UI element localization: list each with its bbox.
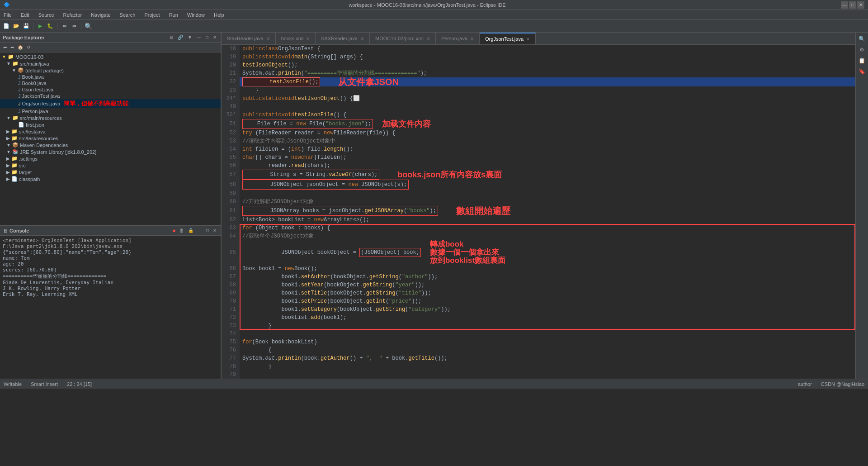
lc-63[interactable]: for (Object book : books) { <box>240 224 855 232</box>
tab-orgjson-close[interactable]: ✕ <box>526 37 530 42</box>
lc-19[interactable]: public static void main(String[] args) { <box>240 53 855 61</box>
pkg-forward-button[interactable]: ➡ <box>9 44 15 50</box>
menu-window[interactable]: Window <box>185 11 207 19</box>
link-editor-button[interactable]: 🔗 <box>176 34 184 40</box>
menu-navigate[interactable]: Navigate <box>89 11 112 19</box>
lc-55[interactable]: char[] chars = new char[fileLen]; <box>240 153 855 162</box>
lc-20[interactable]: testJsonObject(); <box>240 61 855 69</box>
lc-70[interactable]: book1.setPrice(bookObject.getInt("price"… <box>240 297 855 305</box>
lc-60[interactable]: //开始解析JSONObject对象 <box>240 198 855 206</box>
tab-booksxml[interactable]: books.xml ✕ <box>276 33 316 44</box>
tree-item-personjava[interactable]: J Person.java <box>0 108 221 114</box>
tab-pom-close[interactable]: ✕ <box>426 36 430 41</box>
lc-50[interactable]: public static void testJsonFile() { <box>240 111 855 119</box>
lc-68[interactable]: book1.setYear(bookObject.getString("year… <box>240 281 855 289</box>
tab-booksxml-close[interactable]: ✕ <box>306 36 310 41</box>
pkg-home-button[interactable]: 🏠 <box>16 44 24 50</box>
tree-item-gsontest[interactable]: J GsonTest.java <box>0 86 221 93</box>
right-sidebar-btn-3[interactable]: 📋 <box>858 56 867 65</box>
view-menu-button[interactable]: ▼ <box>186 34 193 40</box>
toolbar-btn-4[interactable]: ➡ <box>70 22 79 31</box>
lc-73[interactable]: } <box>240 322 855 330</box>
tree-item-src-resources[interactable]: ▼ 📁 src/main/resources <box>0 114 221 121</box>
lc-69[interactable]: book1.setTitle(bookObject.getString("tit… <box>240 289 855 297</box>
lc-57[interactable]: String s = String.valueOf(chars); books.… <box>240 170 855 180</box>
minimize-panel-button[interactable]: — <box>195 34 203 40</box>
lc-67[interactable]: book1.setAuthor(bookObject.getString("au… <box>240 273 855 281</box>
menu-edit[interactable]: Edit <box>19 11 31 19</box>
lc-58[interactable]: JSONObject jsonObject = new JSONObject(s… <box>240 180 855 190</box>
lc-78[interactable]: } <box>240 362 855 371</box>
save-button[interactable]: 💾 <box>22 22 31 31</box>
lc-79[interactable] <box>240 371 855 379</box>
new-button[interactable]: 📄 <box>2 22 11 31</box>
lc-72[interactable]: bookList.add(book1); <box>240 314 855 322</box>
maximize-panel-button[interactable]: □ <box>204 34 210 40</box>
console-close-btn[interactable]: ✕ <box>212 228 218 233</box>
maximize-button[interactable]: □ <box>849 1 856 9</box>
tree-item-src-test[interactable]: ▶ 📁 src/test/java <box>0 128 221 135</box>
menu-search[interactable]: Search <box>118 11 137 19</box>
tree-item-bookjava[interactable]: J Book.java <box>0 74 221 80</box>
tree-item-firstjson[interactable]: 📄 first.json <box>0 121 221 128</box>
console-minimize-btn[interactable]: — <box>196 228 203 233</box>
tree-item-target[interactable]: ▶ 📁 target <box>0 169 221 176</box>
console-terminate-btn[interactable]: ■ <box>171 228 177 233</box>
tab-staxreader[interactable]: StaxReader.java ✕ <box>222 33 276 44</box>
lc-53[interactable]: //读取文件内容到JsonObject对象中 <box>240 137 855 145</box>
lc-71[interactable]: book1.setCategory(bookObject.getString("… <box>240 305 855 314</box>
right-sidebar-btn-1[interactable]: 🔍 <box>858 34 867 43</box>
lc-77[interactable]: System.out.println(book.getAuthor() + ",… <box>240 354 855 362</box>
lc-62[interactable]: List<Book> bookList = new ArrayList<>(); <box>240 216 855 224</box>
tree-item-settings[interactable]: ▶ 📁 .settings <box>0 155 221 162</box>
tab-pom[interactable]: MOOC16-02/pom.xml ✕ <box>370 33 436 44</box>
open-button[interactable]: 📂 <box>12 22 21 31</box>
pkg-back-button[interactable]: ⬅ <box>2 44 8 50</box>
pkg-refresh-button[interactable]: ↺ <box>25 44 32 50</box>
tree-item-mooc16[interactable]: ▼ 📁 MOOC16-03 <box>0 53 221 60</box>
lc-22[interactable]: testJsonFile(); 从文件拿JSON <box>240 77 855 86</box>
lc-24[interactable]: public static void testJsonObject() {⬜ <box>240 95 855 103</box>
tab-person-close[interactable]: ✕ <box>470 36 474 41</box>
menu-run[interactable]: Run <box>167 11 180 19</box>
tree-item-jacksontest[interactable]: J JacksonTest.java <box>0 93 221 99</box>
lc-51[interactable]: File file = new File("books.json"); 加载文件… <box>240 119 855 129</box>
collapse-all-button[interactable]: ⊟ <box>168 34 175 40</box>
lc-49[interactable] <box>240 103 855 111</box>
lc-65[interactable]: JSONObject bookObject = (JSONObject) boo… <box>240 240 855 265</box>
console-clear-btn[interactable]: 🗑 <box>178 228 185 233</box>
search-toolbar-button[interactable]: 🔍 <box>84 22 93 31</box>
tree-item-classpath[interactable]: ▶ 📄 classpath <box>0 176 221 182</box>
lc-64[interactable]: //获取单个JSONObject对象 <box>240 232 855 240</box>
tab-saxreader-close[interactable]: ✕ <box>360 36 364 41</box>
tree-item-default-pkg[interactable]: ▼ 📦 (default package) <box>0 67 221 74</box>
toolbar-btn-3[interactable]: ⬅ <box>60 22 69 31</box>
menu-refactor[interactable]: Refactor <box>61 11 84 19</box>
tree-item-src[interactable]: ▶ 📁 src <box>0 162 221 169</box>
tree-item-src-test-res[interactable]: ▶ 📁 src/test/resources <box>0 135 221 142</box>
menu-project[interactable]: Project <box>142 11 161 19</box>
close-button[interactable]: ✕ <box>857 1 864 9</box>
tab-orgjson[interactable]: OrgJsonTest.java ✕ <box>480 33 536 44</box>
menu-help[interactable]: Help <box>212 11 226 19</box>
lc-21[interactable]: System.out.println("=========华丽丽的分割线====… <box>240 69 855 77</box>
lc-52[interactable]: try (FileReader reader = new FileReader(… <box>240 129 855 137</box>
lc-74[interactable] <box>240 330 855 338</box>
lc-18[interactable]: public class OrgJsonTest { <box>240 45 855 53</box>
menu-source[interactable]: Source <box>37 11 56 19</box>
lc-76[interactable]: { <box>240 346 855 354</box>
console-scroll-lock-btn[interactable]: 🔒 <box>187 228 195 233</box>
debug-button[interactable]: 🐛 <box>46 22 55 31</box>
lc-61[interactable]: JSONArray books = jsonObject.getJSONArra… <box>240 206 855 216</box>
tree-item-jre[interactable]: ▼ 📚 JRE System Library [jdk1.8.0_202] <box>0 148 221 155</box>
minimize-button[interactable]: — <box>841 1 848 9</box>
close-panel-button[interactable]: ✕ <box>212 34 218 40</box>
menu-file[interactable]: File <box>2 11 14 19</box>
tree-item-book0java[interactable]: J Book0.java <box>0 80 221 86</box>
tree-item-orgjsontest[interactable]: J OrgJsonTest.java 簡單，但做不到高級功能 <box>0 99 221 108</box>
right-sidebar-btn-2[interactable]: ⚙ <box>858 45 867 54</box>
lc-23[interactable]: } <box>240 86 855 95</box>
lc-66[interactable]: Book book1 = new Book(); <box>240 265 855 273</box>
tree-item-maven[interactable]: ▼ 📦 Maven Dependencies <box>0 142 221 148</box>
right-sidebar-btn-4[interactable]: 🔖 <box>858 67 867 76</box>
